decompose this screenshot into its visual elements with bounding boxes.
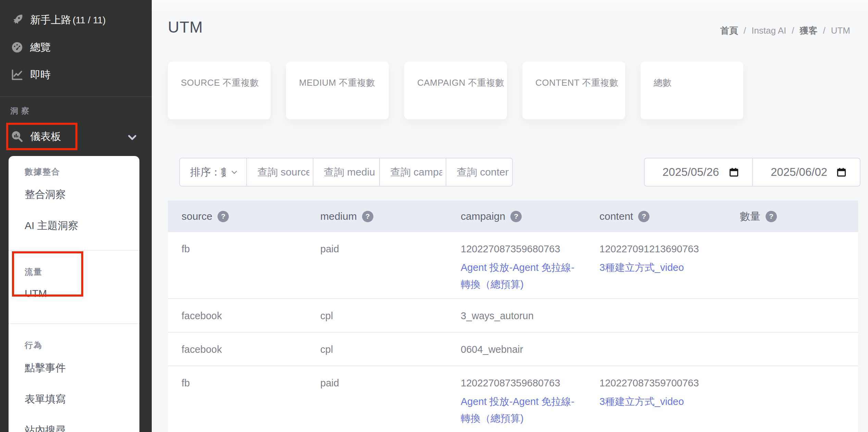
content-id: 120227087359700763	[599, 377, 726, 388]
campaign-link[interactable]: 轉換（總預算)	[461, 276, 586, 293]
page-title: UTM	[168, 18, 203, 36]
campaign-id: 0604_webnair	[461, 344, 586, 355]
cell-qty	[726, 243, 858, 293]
cell-medium: paid	[307, 243, 447, 293]
stat-card: CONTENT 不重複數	[522, 62, 625, 119]
cell-qty	[726, 310, 858, 326]
cell-medium: paid	[307, 377, 447, 427]
sidebar-item-onboarding[interactable]: 新手上路(11 / 11)	[10, 11, 106, 29]
sidebar-divider	[0, 96, 152, 97]
stat-card-title: SOURCE 不重複數	[181, 77, 264, 89]
submenu-section-label: 行為	[25, 340, 139, 351]
sidebar-item-label: 總覽	[30, 40, 51, 55]
cell-source: facebook	[168, 344, 307, 360]
search-source-input[interactable]	[247, 158, 313, 186]
campaign-link[interactable]: Agent 投放-Agent 免拉線-	[461, 259, 586, 276]
cell-content: 1202270912136907633種建立方式_video	[586, 243, 726, 293]
breadcrumb-item[interactable]: UTM	[831, 25, 850, 36]
cell-source: fb	[168, 377, 307, 427]
sidebar-item-overview[interactable]: 總覽	[10, 38, 51, 56]
table-body: fbpaid120227087359680763Agent 投放-Agent 免…	[168, 232, 858, 432]
submenu-item-整合洞察[interactable]: 整合洞察	[25, 188, 139, 202]
submenu-section-label: 流量	[25, 266, 139, 277]
table-row: facebookcpl0604_webnair	[168, 332, 858, 365]
calendar-icon[interactable]	[836, 167, 847, 178]
stat-card-title: CAMPAIGN 不重複數	[417, 77, 500, 89]
table-row: fbpaid120227087359680763Agent 投放-Agent 免…	[168, 232, 858, 298]
cell-source: facebook	[168, 310, 307, 326]
column-header-label: medium	[320, 211, 357, 222]
submenu-item-點擊事件[interactable]: 點擊事件	[25, 361, 139, 375]
breadcrumb-separator: /	[744, 25, 746, 36]
sidebar-item-label: 儀表板	[30, 130, 61, 144]
sidebar-item-realtime[interactable]: 即時	[10, 66, 51, 84]
column-header-label: 數量	[740, 209, 760, 224]
search-content-input[interactable]	[446, 158, 512, 186]
breadcrumb: 首頁/Instag AI/獲客/UTM	[720, 25, 850, 37]
submenu-item-表單填寫[interactable]: 表單填寫	[25, 392, 139, 406]
table-header: source?medium?campaign?content?數量?	[168, 201, 858, 232]
column-header-label: content	[599, 211, 633, 222]
cell-campaign: 120227087359680763Agent 投放-Agent 免拉線-轉換（…	[447, 243, 586, 293]
cell-content	[586, 344, 726, 360]
column-header-source: source?	[168, 211, 307, 222]
breadcrumb-item[interactable]: 獲客	[799, 25, 817, 36]
stat-card: SOURCE 不重複數	[168, 62, 271, 119]
campaign-id: 3_ways_autorun	[461, 310, 586, 321]
campaign-id: 120227087359680763	[461, 377, 586, 388]
help-icon[interactable]: ?	[510, 211, 522, 222]
cell-qty	[726, 344, 858, 360]
submenu-item-ai-主題洞察[interactable]: AI 主題洞察	[25, 219, 139, 233]
cell-medium: cpl	[307, 310, 447, 326]
utm-table: source?medium?campaign?content?數量? fbpai…	[168, 201, 858, 432]
help-icon[interactable]: ?	[638, 211, 649, 222]
submenu-divider	[9, 250, 139, 251]
breadcrumb-separator: /	[823, 25, 825, 36]
sidebar-section-insight: 洞察	[10, 106, 32, 116]
submenu-divider	[9, 323, 139, 324]
breadcrumb-item[interactable]: 首頁	[720, 25, 738, 36]
date-range-picker: 2025/05/26 2025/06/02	[644, 158, 860, 187]
column-header-label: source	[182, 211, 212, 222]
help-icon[interactable]: ?	[218, 211, 229, 222]
cell-campaign: 0604_webnair	[447, 344, 586, 360]
cell-campaign: 120227087359680763Agent 投放-Agent 免拉線-轉換（…	[447, 377, 586, 427]
search-chart-icon	[10, 130, 24, 143]
help-icon[interactable]: ?	[766, 211, 777, 222]
onboarding-progress: (11 / 11)	[73, 15, 106, 25]
stat-card: 總數	[641, 62, 743, 119]
help-icon[interactable]: ?	[362, 211, 373, 222]
cell-medium: cpl	[307, 344, 447, 360]
sort-select[interactable]: 排序：數	[180, 158, 246, 186]
content-link[interactable]: 3種建立方式_video	[599, 393, 726, 410]
breadcrumb-item[interactable]: Instag AI	[752, 25, 786, 36]
table-row: fbpaid120227087359680763Agent 投放-Agent 免…	[168, 365, 858, 432]
campaign-link[interactable]: 轉換（總預算)	[461, 410, 586, 427]
search-medium-input[interactable]	[313, 158, 379, 186]
column-header-campaign: campaign?	[447, 211, 586, 222]
filter-bar: 排序：數	[179, 158, 513, 187]
search-campaign-input[interactable]	[380, 158, 446, 186]
rocket-icon	[10, 13, 24, 27]
submenu-item-utm[interactable]: UTM	[25, 288, 139, 299]
stat-card: MEDIUM 不重複數	[286, 62, 389, 119]
breadcrumb-separator: /	[792, 25, 794, 36]
cell-qty	[726, 377, 858, 427]
sidebar-item-dashboard[interactable]: 儀表板	[10, 128, 61, 145]
calendar-icon[interactable]	[729, 167, 739, 178]
sidebar: 新手上路(11 / 11) 總覽 即時	[0, 0, 152, 432]
date-from-input[interactable]: 2025/05/26	[645, 158, 752, 186]
cell-content: 1202270873597007633種建立方式_video	[586, 377, 726, 427]
campaign-link[interactable]: Agent 投放-Agent 免拉線-	[461, 393, 586, 410]
gauge-icon	[10, 40, 24, 54]
submenu-item-站內搜尋[interactable]: 站內搜尋	[25, 423, 139, 432]
column-header-數量: 數量?	[726, 209, 858, 224]
main-content: UTM 首頁/Instag AI/獲客/UTM SOURCE 不重複數MEDIU…	[152, 0, 868, 432]
chevron-down-icon[interactable]	[126, 131, 139, 144]
content-id: 120227091213690763	[599, 243, 726, 254]
campaign-id: 120227087359680763	[461, 243, 586, 254]
content-link[interactable]: 3種建立方式_video	[599, 259, 726, 276]
column-header-label: campaign	[461, 211, 505, 222]
date-to-input[interactable]: 2025/06/02	[752, 158, 860, 186]
line-chart-icon	[10, 68, 24, 82]
